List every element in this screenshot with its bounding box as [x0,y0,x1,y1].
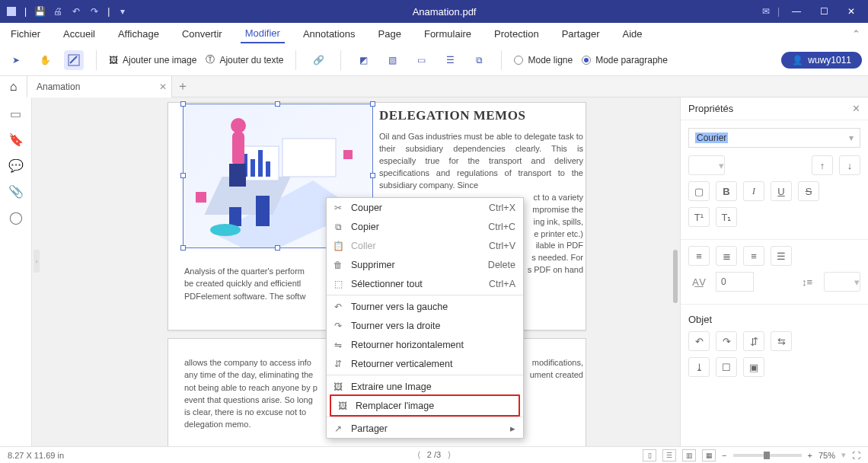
background-tool-icon[interactable]: ▭ [411,50,431,70]
edit-tool-icon[interactable] [64,50,84,70]
bookmarks-icon[interactable]: 🔖 [8,131,24,148]
ctx-remplacer-l-image[interactable]: 🖼Remplacer l'image [331,396,519,415]
mail-icon[interactable]: ✉ [761,6,771,17]
menu-fichier[interactable]: Fichier [6,25,45,43]
comments-icon[interactable]: 💬 [8,157,24,174]
menu-page[interactable]: Page [374,25,406,43]
menu-convertir[interactable]: Convertir [177,25,227,43]
search-sidebar-icon[interactable]: ◯ [8,209,24,225]
menu-annotations[interactable]: Annotations [298,25,360,43]
view-continuous-icon[interactable]: ☰ [662,449,676,461]
document-tab[interactable]: Anamation ✕ [27,76,172,97]
menu-modifier[interactable]: Modifier [241,24,285,43]
underline-icon[interactable]: U [771,181,792,201]
document-viewport[interactable]: › [32,97,680,446]
fit-width-icon[interactable]: ⛶ [852,451,860,460]
menu-accueil[interactable]: Accueil [59,25,100,43]
zoom-in-icon[interactable]: + [808,451,812,460]
tab-close-icon[interactable]: ✕ [159,81,167,92]
add-tab-button[interactable]: ＋ [172,76,193,97]
ctx-tourner-vers-la-droite[interactable]: ↷Tourner vers la droite [327,316,523,335]
panel-close-icon[interactable]: ✕ [852,103,860,114]
ctx-retourner-verticalement[interactable]: ⇵Retourner verticalement [327,354,523,373]
next-page-icon[interactable]: ⟩ [448,450,451,459]
ctx-extraire-une-image[interactable]: 🖼Extraire une Image [327,377,523,396]
superscript-icon[interactable]: T¹ [688,207,710,227]
svg-rect-8 [251,159,255,177]
pointer-tool-icon[interactable]: ➤ [6,50,26,70]
ctx-label: Tourner vers la gauche [351,302,448,312]
align-right-icon[interactable]: ≡ [743,246,764,266]
home-tab-button[interactable]: ⌂ [0,76,27,97]
menu-partager[interactable]: Partager [557,25,605,43]
link-tool-icon[interactable]: 🔗 [308,50,328,70]
close-button[interactable]: ✕ [841,1,862,22]
crop-tool-icon[interactable]: ◩ [353,50,373,70]
align-left-icon[interactable]: ≡ [688,246,710,266]
ctx-supprimer[interactable]: 🗑SupprimerDelete [327,255,523,274]
watermark-tool-icon[interactable]: ▧ [382,50,402,70]
ctx-couper[interactable]: ✂CouperCtrl+X [327,198,523,217]
thumbnails-icon[interactable]: ▭ [8,105,24,122]
ctx-retourner-horizontalement[interactable]: ⇋Retourner horizontalement [327,335,523,354]
mode-paragraph-radio[interactable]: Mode paragraphe [582,55,668,65]
menu-affichage[interactable]: Affichage [113,25,164,43]
save-icon[interactable]: 💾 [34,6,45,17]
replace-image-icon[interactable]: ☐ [716,357,737,377]
user-chip[interactable]: 👤 wuwy1011 [781,52,862,69]
char-spacing-input[interactable] [716,272,754,292]
flip-vertical-icon[interactable]: ⇵ [743,331,764,351]
ctx-label: Copier [351,222,379,232]
fill-color-icon[interactable]: ▢ [688,181,710,201]
menu-protection[interactable]: Protection [490,25,544,43]
attachments-icon[interactable]: 📎 [8,183,24,200]
chevron-down-icon: ▾ [849,133,854,143]
bates-tool-icon[interactable]: ⧉ [469,50,489,70]
prev-page-icon[interactable]: ⟨ [417,450,420,459]
ctx-tourner-vers-la-gauche[interactable]: ↶Tourner vers la gauche [327,297,523,316]
view-single-icon[interactable]: ▯ [643,449,656,461]
collapse-ribbon-icon[interactable]: ⌃ [852,28,860,40]
bold-icon[interactable]: B [716,181,737,201]
panel-toggle-left[interactable]: › [34,250,40,273]
rotate-right-icon[interactable]: ↷ [716,331,737,351]
align-center-icon[interactable]: ≣ [716,246,737,266]
redo-icon[interactable]: ↷ [89,6,100,17]
minimize-button[interactable]: — [786,1,807,22]
header-tool-icon[interactable]: ☰ [440,50,460,70]
view-double-icon[interactable]: ▥ [682,449,696,461]
font-size-select[interactable]: ▾ [688,155,725,175]
menu-aide[interactable]: Aide [618,25,647,43]
zoom-out-icon[interactable]: − [722,451,726,460]
mode-line-radio[interactable]: Mode ligne [514,55,573,65]
menu-formulaire[interactable]: Formulaire [420,25,476,43]
italic-icon[interactable]: I [743,181,764,201]
crop-image-icon[interactable]: ▣ [743,357,764,377]
extract-image-icon[interactable]: ⤓ [688,357,710,377]
ctx-s-lectionner-tout[interactable]: ⬚Sélectionner toutCtrl+A [327,274,523,293]
line-spacing-select[interactable]: ▾ [824,272,860,292]
ctx-partager[interactable]: ↗Partager▸ [327,419,523,438]
hand-tool-icon[interactable]: ✋ [35,50,55,70]
add-text-button[interactable]: Ⓣ Ajouter du texte [206,53,283,66]
scrollbar-thumb[interactable] [673,250,678,303]
dropdown-icon[interactable]: ▾ [117,6,128,17]
ctx-label: Remplacer l'image [356,401,434,411]
left-sidebar: ▭ 🔖 💬 📎 ◯ [0,97,32,446]
add-image-button[interactable]: 🖼 Ajouter une image [109,55,196,65]
strike-icon[interactable]: S [798,181,819,201]
rotate-left-icon[interactable]: ↶ [688,331,710,351]
ctx-copier[interactable]: ⧉CopierCtrl+C [327,217,523,236]
view-double-continuous-icon[interactable]: ▦ [702,449,716,461]
document-tab-label: Anamation [37,81,80,92]
font-select[interactable]: Courier ▾ [688,128,860,148]
subscript-icon[interactable]: T₁ [716,207,737,227]
zoom-slider[interactable] [733,454,802,457]
flip-horizontal-icon[interactable]: ⇆ [771,331,792,351]
print-icon[interactable]: 🖨 [53,6,63,17]
increase-font-icon[interactable]: ↑ [812,155,833,175]
decrease-font-icon[interactable]: ↓ [839,155,860,175]
maximize-button[interactable]: ☐ [813,1,834,22]
align-justify-icon[interactable]: ☰ [771,246,792,266]
undo-icon[interactable]: ↶ [71,6,81,17]
